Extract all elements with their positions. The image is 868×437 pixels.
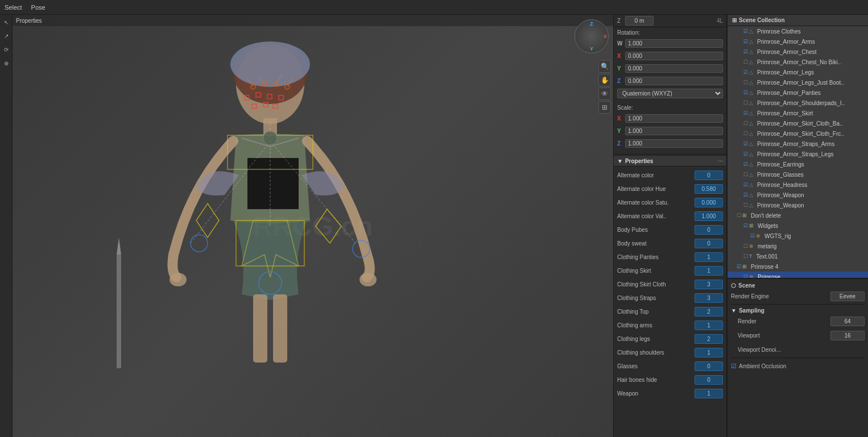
- tree-item[interactable]: ☐△Primrose_Armor_Shoulderpads_I..: [728, 98, 868, 108]
- tree-item-checkbox[interactable]: ☐: [743, 80, 748, 85]
- prop-value[interactable]: 0: [695, 225, 723, 235]
- tool-icon-1[interactable]: ↖: [1, 17, 11, 27]
- tree-item[interactable]: ☐△Primrose_Weapon: [728, 200, 868, 210]
- tree-item[interactable]: ☑⊕WGTS_rig: [728, 231, 868, 241]
- prop-value[interactable]: 0: [695, 170, 723, 180]
- viewport-tool-3[interactable]: 👁: [598, 88, 611, 100]
- tree-item-checkbox[interactable]: ☑: [743, 192, 748, 198]
- prop-value[interactable]: 1.000: [695, 211, 723, 221]
- prop-value[interactable]: 0: [695, 361, 723, 371]
- tree-item[interactable]: ☑△Primrose_Headress: [728, 180, 868, 190]
- expand-icon[interactable]: ⋯: [718, 159, 723, 164]
- tree-item-checkbox[interactable]: ☐: [743, 202, 748, 208]
- rotation-x-input[interactable]: [625, 52, 723, 60]
- prop-value[interactable]: 3: [695, 293, 723, 303]
- tool-icon-2[interactable]: ↗: [1, 31, 11, 41]
- tree-item[interactable]: ☐△Primrose_Armor_Chest_No Biki..: [728, 57, 868, 67]
- tree-item-checkbox[interactable]: ☑: [743, 39, 748, 44]
- tree-item[interactable]: ☑△Primrose_Earrings: [728, 159, 868, 169]
- tree-item[interactable]: ☐⊕metarig: [728, 241, 868, 251]
- tree-item[interactable]: ☐△Primrose_Armor_Legs_Just Boot..: [728, 77, 868, 88]
- tree-item-checkbox[interactable]: ☑: [743, 151, 748, 157]
- tree-item-checkbox[interactable]: ☐: [743, 243, 748, 249]
- tree-item-checkbox[interactable]: ☑: [743, 223, 748, 228]
- prop-value[interactable]: 1: [695, 348, 723, 357]
- tree-item[interactable]: ☑⊞Primrose 4: [728, 261, 868, 272]
- z-location-value[interactable]: 0 m: [625, 16, 654, 26]
- prop-value[interactable]: 1: [695, 321, 723, 330]
- scale-z-input[interactable]: [625, 139, 723, 148]
- prop-row: Clothing Skirt Cloth3: [617, 278, 723, 290]
- viewport-tool-4[interactable]: ⊞: [598, 101, 611, 114]
- tree-item-checkbox[interactable]: ☑: [743, 49, 748, 55]
- tree-item-checkbox[interactable]: ☐: [743, 172, 748, 177]
- tree-item-checkbox[interactable]: ☐: [743, 253, 748, 259]
- tree-item-checkbox[interactable]: ☑: [743, 28, 748, 34]
- nav-z-axis[interactable]: Z: [590, 21, 593, 27]
- scale-x-input[interactable]: [625, 114, 723, 123]
- render-engine-value[interactable]: Eevee: [830, 292, 865, 301]
- tool-icon-3[interactable]: ⟳: [1, 44, 11, 55]
- tree-item-checkbox[interactable]: ☑: [743, 182, 748, 188]
- tree-item[interactable]: ☑△Primrose_Armor_Panties: [728, 88, 868, 98]
- tree-item[interactable]: ☑△Primrose_Armor_Arms: [728, 36, 868, 47]
- ao-checkbox[interactable]: ☑: [731, 363, 737, 370]
- prop-value[interactable]: 0: [695, 375, 723, 385]
- tree-item-checkbox[interactable]: ☑: [743, 141, 748, 147]
- tree-item-checkbox[interactable]: ☑: [737, 264, 741, 269]
- viewport-samples-value[interactable]: 16: [830, 331, 865, 340]
- pose-menu[interactable]: Pose: [31, 4, 46, 11]
- nav-y-axis[interactable]: Y: [590, 46, 593, 52]
- prop-value[interactable]: 1: [695, 252, 723, 262]
- sampling-header[interactable]: ▼ Sampling: [731, 306, 865, 315]
- tree-item[interactable]: ☑△Primrose_Armor_Straps_Legs: [728, 149, 868, 159]
- tree-item[interactable]: ☑△Primrose_Armor_Legs: [728, 67, 868, 77]
- tree-item-checkbox[interactable]: ☐: [737, 213, 741, 218]
- tree-item[interactable]: ☑△Primrose Clothes: [728, 26, 868, 36]
- tree-item[interactable]: ☑△Primrose_Armor_Skirt: [728, 108, 868, 118]
- tree-item[interactable]: ☐△Primrose_Glasses: [728, 169, 868, 180]
- viewport-tool-1[interactable]: 🔍: [598, 60, 611, 73]
- prop-value[interactable]: 0.580: [695, 184, 723, 194]
- prop-value[interactable]: 0.000: [695, 198, 723, 207]
- prop-value[interactable]: 1: [695, 266, 723, 276]
- tree-item[interactable]: ☑△Primrose_Weapon: [728, 190, 868, 200]
- tree-item[interactable]: ☑⊕Primrose: [728, 272, 868, 278]
- scale-y-input[interactable]: [625, 127, 723, 135]
- prop-value[interactable]: 2: [695, 334, 723, 344]
- tree-item[interactable]: ☐TText.001: [728, 251, 868, 261]
- viewport-nav-gizmo[interactable]: Z X Y: [574, 19, 609, 53]
- nav-x-axis[interactable]: X: [604, 34, 607, 39]
- tree-item-checkbox[interactable]: ☐: [743, 100, 748, 106]
- rotation-z-input[interactable]: [625, 77, 723, 85]
- rotation-mode-select[interactable]: Quaternion (WXYZ): [617, 89, 723, 98]
- tree-item-checkbox[interactable]: ☐: [743, 120, 748, 126]
- select-menu[interactable]: Select: [5, 4, 22, 11]
- prop-value[interactable]: 1: [695, 389, 723, 398]
- tree-item[interactable]: ☐△Primrose_Armor_Skirt_Cloth_Ba..: [728, 118, 868, 128]
- tree-item-checkbox[interactable]: ☐: [743, 59, 748, 65]
- tree-item-checkbox[interactable]: ☑: [750, 233, 755, 239]
- tree-item[interactable]: ☑△Primrose_Armor_Chest: [728, 47, 868, 57]
- tool-icon-4[interactable]: ⊕: [1, 58, 11, 68]
- rotation-w-input[interactable]: [625, 39, 723, 48]
- tree-item[interactable]: ☐⊞Don't delete: [728, 210, 868, 220]
- tree-item-checkbox[interactable]: ☐: [743, 131, 748, 136]
- tree-item-checkbox[interactable]: ☑: [743, 274, 748, 278]
- tree-item-checkbox[interactable]: ☑: [743, 110, 748, 116]
- tree-item[interactable]: ☐△Primrose_Armor_Skirt_Cloth_Frc..: [728, 128, 868, 139]
- tree-item-checkbox[interactable]: ☑: [743, 90, 748, 95]
- viewport[interactable]: Properties RRCG.cn: [13, 15, 613, 437]
- rotation-y-input[interactable]: [625, 64, 723, 73]
- tree-item-checkbox[interactable]: ☑: [743, 69, 748, 75]
- prop-value[interactable]: 3: [695, 280, 723, 289]
- custom-props-header[interactable]: ▼ Properties ⋯: [614, 156, 726, 167]
- prop-value[interactable]: 0: [695, 239, 723, 248]
- tree-item-checkbox[interactable]: ☑: [743, 161, 748, 167]
- render-samples-value[interactable]: 64: [830, 317, 865, 326]
- prop-value[interactable]: 2: [695, 307, 723, 317]
- viewport-tool-2[interactable]: ✋: [598, 74, 611, 86]
- tree-item[interactable]: ☑△Primrose_Armor_Straps_Arms: [728, 139, 868, 149]
- tree-item[interactable]: ☑⊞Widgets: [728, 220, 868, 231]
- prop-label: Clothing shoulders: [617, 349, 695, 356]
